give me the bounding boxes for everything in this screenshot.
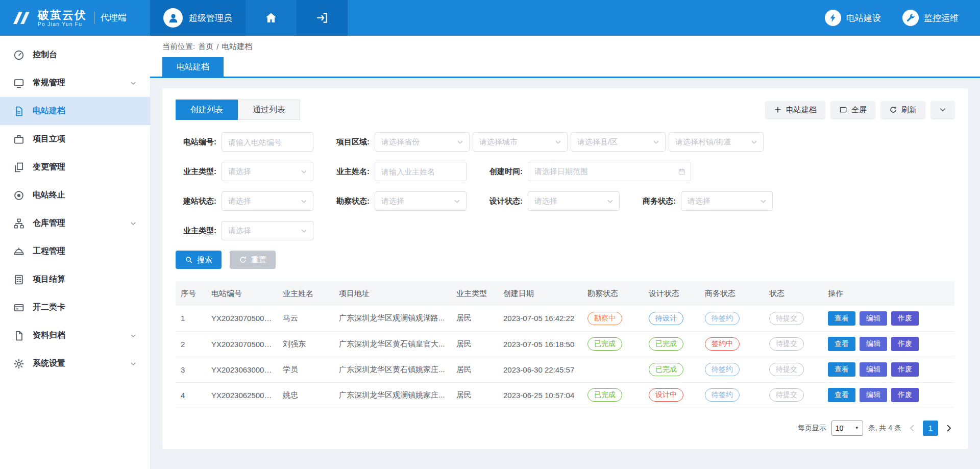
status-badge: 待签约 <box>705 312 740 325</box>
owner-name-input[interactable] <box>375 162 467 181</box>
column-header: 商务状态 <box>700 281 764 306</box>
filter-label: 创建时间: <box>482 167 523 177</box>
user-menu[interactable]: 超级管理员 <box>150 0 246 36</box>
user-name: 超级管理员 <box>189 12 232 24</box>
sidebar-item-label: 仓库管理 <box>33 218 65 229</box>
sidebar-item-general-mgmt[interactable]: 常规管理 <box>0 69 150 97</box>
business-status-select[interactable]: 请选择 <box>681 191 773 211</box>
sidebar-item-engineering-mgmt[interactable]: 工程管理 <box>0 237 150 265</box>
chevron-down-icon <box>130 360 137 367</box>
cell-owner-name: 马云 <box>278 306 334 331</box>
filter-label: 项目区域: <box>329 137 370 147</box>
status-badge: 待提交 <box>769 363 804 376</box>
portal-label: 代理端 <box>94 12 127 24</box>
home-button[interactable] <box>246 0 297 36</box>
cell-created: 2023-06-25 10:57:04 <box>498 382 582 408</box>
county-select-placeholder: 请选择县/区 <box>577 137 618 147</box>
column-header: 项目地址 <box>334 281 451 306</box>
sidebar-item-console[interactable]: 控制台 <box>0 41 150 69</box>
view-button[interactable]: 查看 <box>828 311 855 326</box>
business-status-select-placeholder: 请选择 <box>688 196 710 206</box>
edit-button[interactable]: 编辑 <box>860 388 887 402</box>
sidebar-item-project-initiation[interactable]: 项目立项 <box>0 125 150 153</box>
void-button[interactable]: 作废 <box>891 311 919 326</box>
filter-group: 项目区域:请选择省份请选择城市请选择县/区请选择村镇/街道 <box>329 132 764 152</box>
edit-button[interactable]: 编辑 <box>860 362 887 377</box>
view-button[interactable]: 查看 <box>828 362 855 377</box>
sidebar-item-label: 项目结算 <box>33 274 65 285</box>
province-select-placeholder: 请选择省份 <box>381 137 420 147</box>
prev-page-button[interactable] <box>906 424 918 433</box>
add-station-button[interactable]: 电站建档 <box>766 101 825 118</box>
calendar-icon <box>678 168 685 176</box>
edit-button[interactable]: 编辑 <box>860 337 887 351</box>
station-table: 序号电站编号业主姓名项目地址业主类型创建日期勘察状态设计状态商务状态状态操作1Y… <box>176 281 954 408</box>
select-arrow-icon: ▼ <box>855 426 859 430</box>
sidebar-item-change-mgmt[interactable]: 变更管理 <box>0 153 150 181</box>
cell-station-code: YX2023070500010 <box>206 331 278 357</box>
create-date-range[interactable]: 请选择日期范围 <box>528 162 691 181</box>
fullscreen-button[interactable]: 全屏 <box>831 101 875 118</box>
page-tab-station-filing[interactable]: 电站建档 <box>162 57 224 77</box>
search-icon <box>185 256 193 264</box>
design-status-select[interactable]: 请选择 <box>528 191 620 211</box>
column-header: 业主姓名 <box>278 281 334 306</box>
edit-button[interactable]: 编辑 <box>860 311 887 326</box>
nav-station-build-label: 电站建设 <box>846 12 881 24</box>
next-page-button[interactable] <box>943 424 954 433</box>
sidebar-item-warehouse-mgmt[interactable]: 仓库管理 <box>0 209 150 237</box>
survey-status-select[interactable]: 请选择 <box>375 191 467 211</box>
tab-passed-list[interactable]: 通过列表 <box>238 100 300 120</box>
sidebar-item-type2-card[interactable]: 开二类卡 <box>0 293 150 322</box>
owner-type-select-2[interactable]: 请选择 <box>222 221 313 240</box>
sidebar-item-station-termination[interactable]: 电站终止 <box>0 181 150 209</box>
county-select[interactable]: 请选择县/区 <box>571 132 666 152</box>
filter-form: 电站编号:项目区域:请选择省份请选择城市请选择县/区请选择村镇/街道业主类型:请… <box>176 132 954 240</box>
status-badge: 已完成 <box>587 337 622 351</box>
sidebar-item-data-archive[interactable]: 资料归档 <box>0 322 150 350</box>
search-button[interactable]: 搜索 <box>176 251 222 269</box>
build-status-select[interactable]: 请选择 <box>222 191 313 211</box>
collapse-button[interactable] <box>931 101 954 118</box>
void-button[interactable]: 作废 <box>891 388 919 402</box>
sidebar-item-station-filing[interactable]: 电站建档 <box>0 97 150 125</box>
nav-monitor-ops[interactable]: 监控运维 <box>902 0 959 36</box>
tab-create-list[interactable]: 创建列表 <box>176 100 238 120</box>
cell-business-status: 待签约 <box>700 357 764 382</box>
table-header-row: 序号电站编号业主姓名项目地址业主类型创建日期勘察状态设计状态商务状态状态操作 <box>176 281 954 306</box>
chevron-down-icon <box>130 332 137 339</box>
logo-text: 破茧云伏 Po Jian Yun Fu <box>38 9 87 27</box>
reset-button[interactable]: 重置 <box>230 251 276 269</box>
city-select[interactable]: 请选择城市 <box>473 132 568 152</box>
filter-group: 业主类型:请选择 <box>176 162 313 181</box>
sidebar-item-project-settlement[interactable]: 项目结算 <box>0 265 150 293</box>
filter-row: 建站状态:请选择勘察状态:请选择设计状态:请选择商务状态:请选择 <box>176 191 954 211</box>
page-tab-bar: 电站建档 <box>150 57 980 78</box>
status-badge: 待提交 <box>769 312 804 325</box>
void-button[interactable]: 作废 <box>891 362 919 377</box>
city-select-placeholder: 请选择城市 <box>479 137 518 147</box>
owner-type-select[interactable]: 请选择 <box>222 162 313 181</box>
status-badge: 勘察中 <box>587 312 622 325</box>
view-button[interactable]: 查看 <box>828 337 855 351</box>
filter-label: 业主类型: <box>176 167 216 177</box>
logout-button[interactable] <box>297 0 348 36</box>
station-code-input[interactable] <box>222 132 313 152</box>
wrench-icon <box>902 10 919 26</box>
void-button[interactable]: 作废 <box>891 337 919 351</box>
province-select[interactable]: 请选择省份 <box>375 132 470 152</box>
avatar <box>163 8 183 28</box>
view-button[interactable]: 查看 <box>828 388 855 402</box>
nav-station-build[interactable]: 电站建设 <box>825 0 881 36</box>
total-count-label: 条, 共 4 条 <box>868 424 901 433</box>
town-select[interactable]: 请选择村镇/街道 <box>669 132 764 152</box>
cell-survey-status: 勘察中 <box>582 306 644 331</box>
pagination: 每页显示 10 ▼ 条, 共 4 条 1 <box>176 421 954 436</box>
breadcrumb-home[interactable]: 首页 <box>198 42 213 52</box>
refresh-button[interactable]: 刷新 <box>881 101 925 118</box>
filter-group: 设计状态:请选择 <box>482 191 620 211</box>
sidebar-item-system-settings[interactable]: 系统设置 <box>0 350 150 378</box>
page-number-1[interactable]: 1 <box>923 421 938 436</box>
page-size-select[interactable]: 10 ▼ <box>831 421 863 436</box>
dashboard-icon <box>13 50 24 61</box>
